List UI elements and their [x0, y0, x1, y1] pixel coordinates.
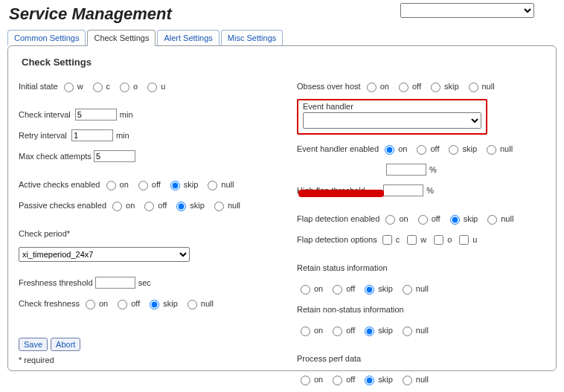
radio-ace-on[interactable] — [106, 181, 116, 190]
label-flap-detection-options: Flap detection options — [297, 235, 377, 244]
label-check-interval: Check interval — [19, 110, 71, 119]
label-check-freshness: Check freshness — [19, 299, 80, 308]
radio-label: skip — [190, 201, 205, 210]
top-right-select[interactable] — [400, 3, 534, 18]
radio-rsi-off[interactable] — [333, 285, 342, 295]
radio-ehe-on[interactable] — [385, 145, 394, 155]
tab-check-settings[interactable]: Check Settings — [87, 30, 156, 46]
radio-ppd-off[interactable] — [333, 376, 342, 385]
radio-fde-on[interactable] — [385, 215, 395, 225]
radio-label: o — [133, 82, 138, 91]
input-retry-interval[interactable] — [71, 129, 113, 141]
unit-min: min — [120, 110, 133, 119]
required-note: * required — [19, 356, 54, 364]
radio-initial-o[interactable] — [120, 83, 129, 92]
radio-ace-off[interactable] — [138, 181, 148, 190]
radio-label: off — [346, 284, 355, 293]
radio-label: off — [158, 201, 167, 210]
check-fdo-c[interactable] — [382, 235, 392, 245]
radio-label: null — [416, 326, 429, 335]
tab-common-settings[interactable]: Common Settings — [7, 30, 86, 45]
radio-rnsi-skip[interactable] — [365, 327, 374, 336]
label-obsess-over-host: Obsess over host — [297, 82, 361, 91]
radio-label: on — [314, 326, 323, 335]
radio-cf-on[interactable] — [86, 300, 95, 309]
unit-sec: sec — [138, 278, 151, 287]
abort-button[interactable]: Abort — [51, 338, 80, 351]
input-freshness-threshold[interactable] — [95, 277, 135, 289]
radio-label: off — [346, 326, 355, 335]
check-fdo-u[interactable] — [459, 235, 469, 245]
radio-label: null — [201, 299, 214, 308]
radio-ooh-on[interactable] — [367, 83, 376, 92]
radio-pce-off[interactable] — [144, 202, 154, 211]
tab-alert-settings[interactable]: Alert Settings — [157, 30, 219, 45]
radio-initial-w[interactable] — [64, 83, 74, 92]
radio-label: skip — [378, 284, 393, 293]
radio-initial-c[interactable] — [93, 83, 103, 92]
unit-percent: % — [426, 186, 434, 195]
radio-ooh-skip[interactable] — [431, 83, 440, 92]
radio-ehe-null[interactable] — [487, 145, 496, 155]
radio-label: on — [380, 82, 389, 91]
radio-label: off — [131, 299, 140, 308]
save-button[interactable]: Save — [19, 338, 48, 351]
radio-pce-on[interactable] — [112, 202, 122, 211]
label-max-check-attempts: Max check attempts — [19, 152, 92, 161]
radio-label: null — [228, 201, 240, 210]
check-label: u — [472, 235, 477, 244]
radio-ehe-off[interactable] — [417, 145, 426, 155]
input-high-flap-threshold[interactable] — [383, 184, 423, 196]
input-check-interval[interactable] — [75, 109, 117, 121]
radio-label: skip — [163, 299, 178, 308]
radio-ooh-off[interactable] — [399, 83, 408, 92]
radio-ppd-skip[interactable] — [365, 376, 374, 385]
label-retry-interval: Retry interval — [19, 131, 67, 140]
radio-ppd-on[interactable] — [301, 376, 310, 385]
radio-label: on — [126, 201, 135, 210]
check-fdo-w[interactable] — [407, 235, 417, 245]
radio-label: w — [77, 82, 83, 91]
section-title: Check Settings — [22, 57, 545, 68]
radio-label: skip — [378, 375, 393, 384]
radio-label: on — [399, 214, 408, 223]
radio-label: null — [416, 284, 429, 293]
radio-rnsi-null[interactable] — [403, 327, 412, 336]
radio-cf-null[interactable] — [188, 300, 197, 309]
radio-rnsi-off[interactable] — [333, 327, 342, 336]
redaction-scribble — [298, 190, 384, 197]
radio-label: off — [346, 375, 355, 384]
radio-label: on — [314, 375, 323, 384]
input-max-check-attempts[interactable] — [94, 150, 135, 162]
radio-ppd-null[interactable] — [403, 376, 412, 385]
radio-initial-u[interactable] — [147, 83, 157, 92]
select-event-handler[interactable] — [303, 112, 481, 129]
label-initial-state: Initial state — [19, 82, 58, 91]
unit-percent: % — [429, 165, 437, 174]
radio-ehe-skip[interactable] — [449, 145, 458, 155]
radio-ace-skip[interactable] — [170, 181, 180, 190]
radio-rsi-skip[interactable] — [365, 285, 374, 295]
radio-rnsi-on[interactable] — [301, 327, 310, 336]
radio-label: skip — [464, 214, 478, 223]
label-event-handler-enabled: Event handler enabled — [297, 144, 379, 153]
check-fdo-o[interactable] — [434, 235, 443, 245]
radio-ace-null[interactable] — [208, 181, 217, 190]
radio-pce-skip[interactable] — [176, 202, 186, 211]
radio-rsi-on[interactable] — [301, 285, 310, 295]
radio-cf-skip[interactable] — [150, 300, 159, 309]
radio-pce-null[interactable] — [214, 202, 224, 211]
radio-fde-null[interactable] — [487, 215, 497, 225]
radio-label: on — [398, 144, 407, 153]
radio-label: null — [482, 82, 495, 91]
radio-cf-off[interactable] — [118, 300, 127, 309]
radio-ooh-null[interactable] — [469, 83, 478, 92]
select-check-period[interactable]: xi_timeperiod_24x7 — [19, 247, 190, 262]
input-low-flap-threshold[interactable] — [386, 164, 426, 176]
label-process-perf: Process perf data — [297, 354, 361, 363]
tab-misc-settings[interactable]: Misc Settings — [221, 30, 283, 45]
radio-fde-off[interactable] — [418, 215, 428, 225]
radio-fde-skip[interactable] — [450, 215, 460, 225]
radio-label: null — [416, 375, 429, 384]
radio-rsi-null[interactable] — [403, 285, 412, 295]
